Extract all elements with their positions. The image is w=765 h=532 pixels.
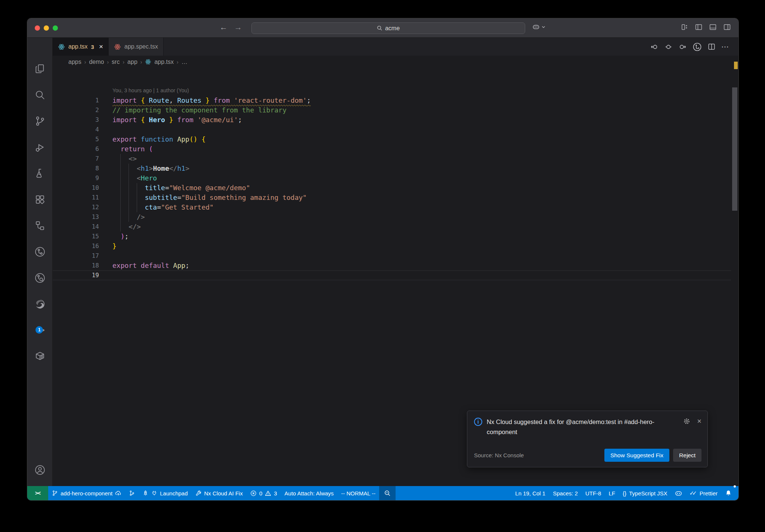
encoding-status-item[interactable]: UTF-8 [582, 486, 605, 500]
language-mode-status-item[interactable]: {} TypeScript JSX [619, 486, 671, 500]
copilot-status-item[interactable] [671, 486, 686, 500]
indentation-status-item[interactable]: Spaces: 2 [549, 486, 582, 500]
line-number[interactable]: 17 [53, 251, 99, 261]
code-line[interactable]: 19 [53, 270, 731, 280]
gitlens-graph-activity-item[interactable] [31, 243, 49, 261]
zoom-status-item[interactable] [379, 486, 396, 500]
breadcrumb-item[interactable]: demo [89, 59, 104, 65]
breadcrumb-item[interactable]: apps [68, 59, 81, 65]
tab-app-tsx[interactable]: app.tsx 3 × [53, 38, 109, 56]
code-line[interactable]: 3import { Hero } from '@acme/ui'; [53, 115, 731, 125]
scrollbar-slider[interactable] [732, 87, 737, 211]
close-notification-icon[interactable]: × [697, 418, 701, 425]
breadcrumb-item[interactable]: … [182, 59, 188, 65]
history-back-icon[interactable]: ← [220, 23, 227, 32]
code-line[interactable]: 6 return ( [53, 144, 731, 154]
breadcrumb-item[interactable]: app [127, 59, 137, 65]
launchpad-status-item[interactable]: Launchpad [139, 486, 191, 500]
hierarchy-activity-item[interactable] [31, 217, 49, 235]
remote-indicator[interactable]: >< [27, 486, 48, 500]
command-center-search[interactable]: acme [251, 22, 525, 34]
line-number[interactable]: 4 [53, 125, 99, 134]
show-suggested-fix-button[interactable]: Show Suggested Fix [604, 449, 669, 462]
commit-graph-action-icon[interactable] [693, 42, 702, 52]
line-number[interactable]: 6 [53, 144, 99, 154]
git-branch-status-item[interactable]: add-hero-component [48, 486, 125, 500]
line-number[interactable]: 12 [53, 202, 99, 212]
close-window-button[interactable] [35, 25, 40, 31]
code-line[interactable]: 17 [53, 251, 731, 261]
testing-activity-item[interactable] [31, 164, 49, 182]
eol-status-item[interactable]: LF [605, 486, 619, 500]
maximize-window-button[interactable] [53, 25, 58, 31]
vim-mode-status-item[interactable]: -- NORMAL -- [337, 486, 379, 500]
code-line[interactable]: 11 subtitle="Build something amazing tod… [53, 193, 731, 202]
code-line[interactable]: 8 <h1>Home</h1> [53, 164, 731, 173]
toggle-primary-sidebar-icon[interactable] [695, 23, 703, 31]
current-change-icon[interactable] [664, 43, 673, 51]
gitlens-inspect-activity-item[interactable] [31, 269, 49, 287]
account-activity-item[interactable] [31, 461, 49, 479]
line-number[interactable]: 15 [53, 232, 99, 241]
split-editor-icon[interactable] [707, 43, 716, 51]
toggle-panel-icon[interactable] [709, 23, 717, 31]
breadcrumb-item[interactable]: app.tsx [154, 59, 174, 65]
commit-graph-status-item[interactable] [125, 486, 139, 500]
line-number[interactable]: 1 [53, 96, 99, 105]
line-number[interactable]: 10 [53, 183, 99, 193]
line-number[interactable]: 14 [53, 222, 99, 232]
problems-status-item[interactable]: 0 3 [247, 486, 281, 500]
explorer-activity-item[interactable] [31, 60, 49, 78]
code-line[interactable]: 2// importing the component from the lib… [53, 105, 731, 115]
navigate-previous-change-icon[interactable] [650, 43, 659, 51]
nx-console-activity-item[interactable]: N>1 [31, 321, 49, 339]
tab-app-spec-tsx[interactable]: app.spec.tsx [109, 38, 164, 56]
edge-devtools-activity-item[interactable] [31, 295, 49, 313]
source-control-activity-item[interactable] [31, 112, 49, 130]
line-number[interactable]: 3 [53, 115, 99, 125]
code-line[interactable]: 16} [53, 241, 731, 251]
chevron-down-icon[interactable] [541, 25, 546, 29]
line-number[interactable]: 19 [53, 270, 99, 280]
cursor-position-status-item[interactable]: Ln 19, Col 1 [511, 486, 549, 500]
nx-cloud-fix-status-item[interactable]: Nx Cloud AI Fix [192, 486, 247, 500]
code-line[interactable]: 4 [53, 125, 731, 134]
prettier-status-item[interactable]: ✓✓ Prettier [686, 486, 722, 500]
containers-activity-item[interactable] [31, 347, 49, 365]
toggle-secondary-sidebar-icon[interactable] [723, 23, 731, 31]
editor-scrollbar[interactable] [731, 68, 738, 486]
code-line[interactable]: 9 <Hero [53, 173, 731, 183]
code-line[interactable]: 12 cta="Get Started" [53, 202, 731, 212]
code-line[interactable]: 15 ); [53, 232, 731, 241]
more-actions-icon[interactable]: ⋯ [721, 42, 729, 51]
line-number[interactable]: 11 [53, 193, 99, 202]
breadcrumb-item[interactable]: src [112, 59, 120, 65]
code-line[interactable]: 10 title="Welcmoe @acme/demo" [53, 183, 731, 193]
line-number[interactable]: 13 [53, 212, 99, 222]
auto-attach-status-item[interactable]: Auto Attach: Always [281, 486, 338, 500]
code-line[interactable]: 14 </> [53, 222, 731, 232]
code-line[interactable]: 13 /> [53, 212, 731, 222]
history-forward-icon[interactable]: → [234, 23, 242, 32]
code-line[interactable]: 18export default App; [53, 261, 731, 270]
line-number[interactable]: 9 [53, 173, 99, 183]
navigate-next-change-icon[interactable] [678, 43, 687, 51]
run-debug-activity-item[interactable] [31, 138, 49, 156]
code-line[interactable]: 7 <> [53, 154, 731, 164]
line-number[interactable]: 16 [53, 241, 99, 251]
close-tab-icon[interactable]: × [99, 43, 103, 51]
line-number[interactable]: 8 [53, 164, 99, 173]
search-activity-item[interactable] [31, 86, 49, 104]
code-line[interactable]: 1import { Route, Routes } from 'react-ro… [53, 96, 731, 105]
line-number[interactable]: 7 [53, 154, 99, 164]
code-line[interactable]: 5export function App() { [53, 134, 731, 144]
notification-settings-gear-icon[interactable] [683, 418, 690, 425]
customize-layout-icon[interactable] [681, 23, 688, 31]
extensions-activity-item[interactable] [31, 191, 49, 208]
notifications-bell-status-item[interactable] [721, 486, 735, 500]
line-number[interactable]: 5 [53, 134, 99, 144]
line-number[interactable]: 2 [53, 105, 99, 115]
reject-button[interactable]: Reject [673, 449, 701, 462]
minimize-window-button[interactable] [44, 25, 49, 31]
copilot-icon[interactable] [532, 23, 540, 31]
